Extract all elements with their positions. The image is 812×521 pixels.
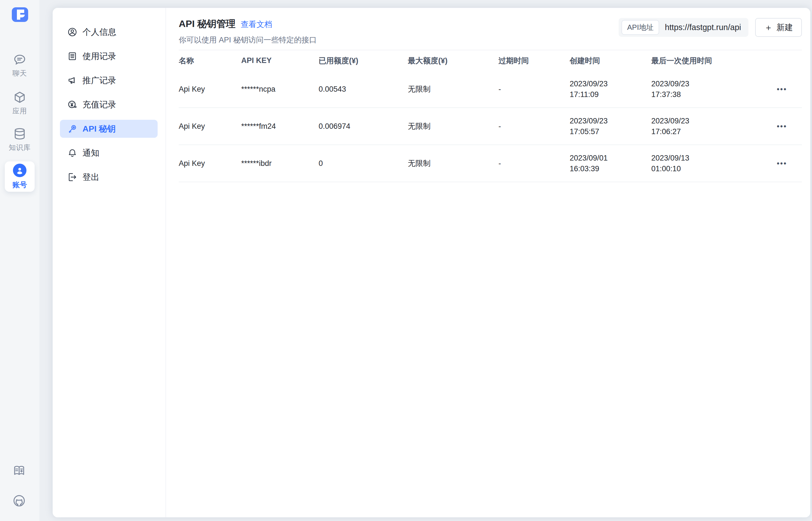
rail-item-account[interactable]: 账号 xyxy=(5,161,35,192)
table-row: Api Key ******fm24 0.006974 无限制 - 2023/0… xyxy=(179,108,802,145)
col-api-key: API KEY xyxy=(241,56,319,65)
row-menu-button[interactable]: ••• xyxy=(777,122,796,131)
cell-expire-time: - xyxy=(498,122,570,131)
cell-api-key: ******ncpa xyxy=(241,85,319,94)
apps-cube-icon xyxy=(13,91,26,104)
cell-used-quota: 0 xyxy=(319,159,408,168)
last-used-time: 01:00:10 xyxy=(651,163,777,174)
created-date: 2023/09/23 xyxy=(570,78,651,89)
rail-item-label: 应用 xyxy=(13,106,27,116)
header-controls: API地址 https://fastgpt.run/api ＋ 新建 xyxy=(619,18,802,37)
left-rail: 聊天 应用 知识库 账号 xyxy=(0,0,39,521)
api-key-icon xyxy=(67,124,78,134)
last-used-date: 2023/09/13 xyxy=(651,153,777,163)
last-used-date: 2023/09/23 xyxy=(651,78,777,89)
row-menu-button[interactable]: ••• xyxy=(777,159,796,168)
create-key-button[interactable]: ＋ 新建 xyxy=(755,18,802,37)
cell-name: Api Key xyxy=(179,159,241,168)
cell-max-quota: 无限制 xyxy=(408,158,498,168)
menu-item-promotion-records[interactable]: 推广记录 xyxy=(60,71,157,89)
rail-item-label: 账号 xyxy=(13,180,27,190)
cell-api-key: ******fm24 xyxy=(241,122,319,131)
col-created-time: 创建时间 xyxy=(570,56,651,66)
menu-item-recharge-records[interactable]: 充值记录 xyxy=(60,96,157,114)
user-circle-icon xyxy=(67,27,78,37)
notification-bell-icon xyxy=(67,148,78,158)
cell-expire-time: - xyxy=(498,85,570,94)
menu-item-personal-info[interactable]: 个人信息 xyxy=(60,23,157,41)
api-address-value[interactable]: https://fastgpt.run/api xyxy=(665,23,741,32)
last-used-date: 2023/09/23 xyxy=(651,116,777,126)
col-expire-time: 过期时间 xyxy=(498,56,570,66)
menu-item-label: 个人信息 xyxy=(83,26,116,38)
github-icon[interactable] xyxy=(13,494,26,507)
col-max-quota: 最大额度(¥) xyxy=(408,56,498,66)
table-row: Api Key ******ncpa 0.00543 无限制 - 2023/09… xyxy=(179,71,802,108)
usage-record-icon xyxy=(67,51,78,61)
account-user-icon xyxy=(13,164,26,177)
cell-api-key: ******ibdr xyxy=(241,159,319,168)
api-key-page: API 秘钥管理 查看文档 你可以使用 API 秘钥访问一些特定的接口 API地… xyxy=(166,8,810,517)
menu-item-label: API 秘钥 xyxy=(83,123,116,135)
page-subtitle: 你可以使用 API 秘钥访问一些特定的接口 xyxy=(179,35,317,45)
col-name: 名称 xyxy=(179,56,241,66)
account-menu: 个人信息 使用记录 推广记录 充值记录 xyxy=(52,8,166,517)
api-address-box: API地址 https://fastgpt.run/api xyxy=(619,18,748,37)
api-address-label: API地址 xyxy=(621,20,659,35)
menu-item-api-keys[interactable]: API 秘钥 xyxy=(60,120,157,138)
cell-last-used-time: 2023/09/13 01:00:10 xyxy=(651,153,777,174)
cell-max-quota: 无限制 xyxy=(408,84,498,94)
rail-item-label: 聊天 xyxy=(13,69,27,78)
menu-item-notifications[interactable]: 通知 xyxy=(60,144,157,162)
plus-icon: ＋ xyxy=(764,23,773,32)
chat-bubble-icon xyxy=(13,53,26,66)
menu-item-label: 推广记录 xyxy=(83,75,116,86)
cell-name: Api Key xyxy=(179,85,241,94)
cell-created-time: 2023/09/23 17:05:57 xyxy=(570,116,651,137)
rail-item-chat[interactable]: 聊天 xyxy=(0,53,39,78)
cell-used-quota: 0.006974 xyxy=(319,122,408,131)
menu-item-logout[interactable]: 登出 xyxy=(60,168,157,186)
table-header: 名称 API KEY 已用额度(¥) 最大额度(¥) 过期时间 创建时间 最后一… xyxy=(179,50,802,71)
created-time: 17:05:57 xyxy=(570,126,651,137)
knowledge-base-icon xyxy=(13,127,26,141)
cell-max-quota: 无限制 xyxy=(408,121,498,131)
cell-last-used-time: 2023/09/23 17:37:38 xyxy=(651,78,777,100)
col-last-used-time: 最后一次使用时间 xyxy=(651,56,777,66)
cell-created-time: 2023/09/01 16:03:39 xyxy=(570,153,651,174)
row-menu-button[interactable]: ••• xyxy=(777,85,796,94)
table-row: Api Key ******ibdr 0 无限制 - 2023/09/01 16… xyxy=(179,145,802,182)
promotion-record-icon xyxy=(67,75,78,86)
col-used-quota: 已用额度(¥) xyxy=(319,56,408,66)
last-used-time: 17:06:27 xyxy=(651,126,777,137)
created-time: 17:11:09 xyxy=(570,89,651,100)
cell-expire-time: - xyxy=(498,159,570,168)
title-block: API 秘钥管理 查看文档 你可以使用 API 秘钥访问一些特定的接口 xyxy=(179,18,317,45)
last-used-time: 17:37:38 xyxy=(651,89,777,100)
view-docs-link[interactable]: 查看文档 xyxy=(241,19,272,30)
docs-book-icon[interactable] xyxy=(13,464,26,477)
page-header: API 秘钥管理 查看文档 你可以使用 API 秘钥访问一些特定的接口 API地… xyxy=(179,8,802,50)
rail-item-knowledge-base[interactable]: 知识库 xyxy=(0,127,39,152)
cell-used-quota: 0.00543 xyxy=(319,85,408,94)
menu-item-label: 使用记录 xyxy=(83,51,116,62)
logout-icon xyxy=(67,172,78,182)
page-title: API 秘钥管理 xyxy=(179,18,236,30)
rail-item-apps[interactable]: 应用 xyxy=(0,91,39,116)
menu-item-label: 通知 xyxy=(83,147,99,159)
cell-name: Api Key xyxy=(179,122,241,131)
fastgpt-logo-icon[interactable] xyxy=(12,7,28,22)
recharge-record-icon xyxy=(67,99,78,110)
menu-item-label: 登出 xyxy=(83,172,99,183)
create-key-button-label: 新建 xyxy=(776,22,793,33)
rail-item-label: 知识库 xyxy=(9,143,31,152)
cell-last-used-time: 2023/09/23 17:06:27 xyxy=(651,116,777,137)
created-time: 16:03:39 xyxy=(570,163,651,174)
menu-item-label: 充值记录 xyxy=(83,99,116,111)
main-card: 个人信息 使用记录 推广记录 充值记录 xyxy=(52,8,810,517)
menu-item-usage-records[interactable]: 使用记录 xyxy=(60,47,157,65)
created-date: 2023/09/23 xyxy=(570,116,651,126)
created-date: 2023/09/01 xyxy=(570,153,651,163)
cell-created-time: 2023/09/23 17:11:09 xyxy=(570,78,651,100)
